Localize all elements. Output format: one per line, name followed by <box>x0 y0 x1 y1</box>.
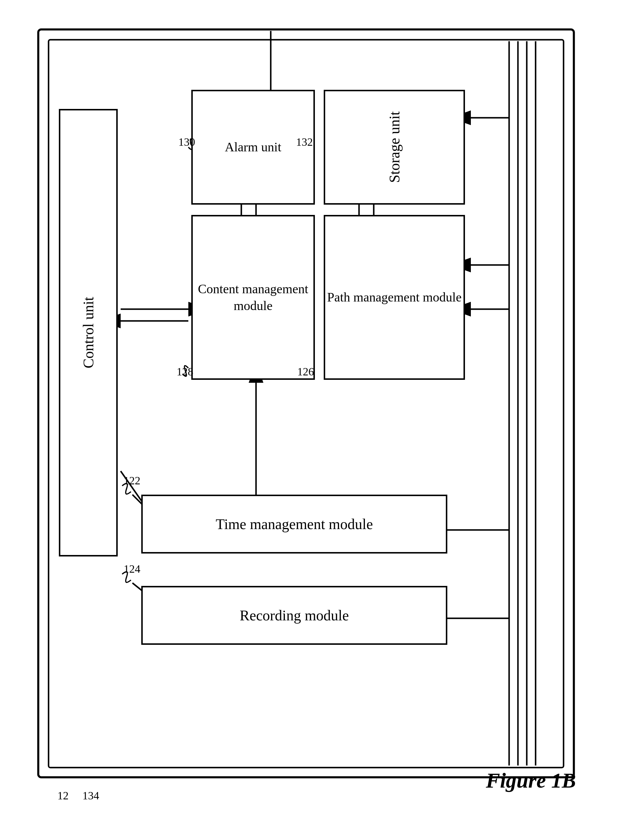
content-management-label: Content management module <box>193 281 313 314</box>
ref-12: 12 <box>57 789 69 802</box>
path-management-label: Path management module <box>327 289 462 306</box>
path-management-box: Path management module <box>324 215 465 380</box>
storage-unit-label: Storage unit <box>385 111 404 183</box>
ref-128: 128 <box>176 365 193 378</box>
time-management-box: Time management module <box>141 494 447 553</box>
recording-module-box: Recording module <box>141 586 447 645</box>
ref-126: 126 <box>297 365 314 378</box>
alarm-unit-label: Alarm unit <box>225 139 281 155</box>
control-unit-label: Control unit <box>79 297 98 369</box>
figure-label: Figure 1B <box>486 768 576 793</box>
time-management-label: Time management module <box>216 514 373 534</box>
ref-130: 130 <box>178 135 195 148</box>
control-unit-box: Control unit <box>59 109 118 556</box>
ref-132: 132 <box>296 135 313 148</box>
ref-124: 124 <box>124 562 140 575</box>
content-management-box: Content management module <box>191 215 315 380</box>
storage-unit-box: Storage unit <box>324 90 465 205</box>
ref-122: 122 <box>124 474 140 487</box>
recording-module-label: Recording module <box>240 606 349 625</box>
page: Control unit Alarm unit Storage unit Con… <box>0 0 623 840</box>
ref-134: 134 <box>82 789 99 802</box>
